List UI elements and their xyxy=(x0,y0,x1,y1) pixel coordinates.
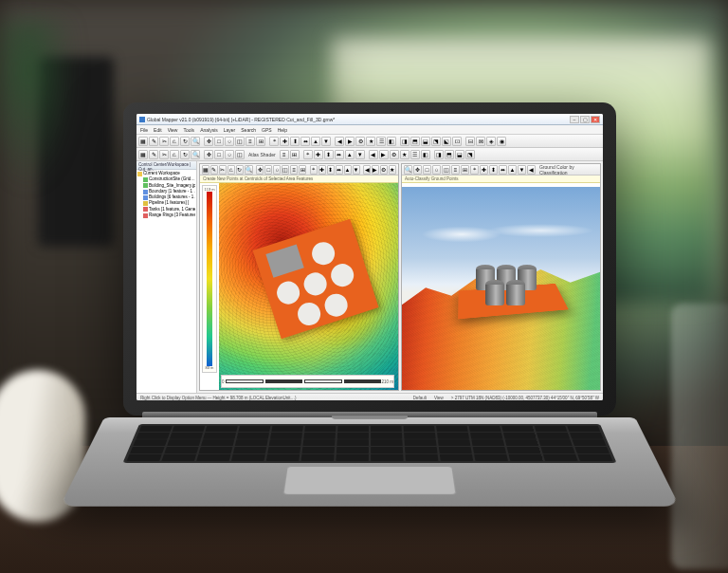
toolbar-button[interactable]: ○ xyxy=(225,137,234,146)
tank-circle[interactable] xyxy=(328,261,356,289)
toolbar-button[interactable]: ⊞ xyxy=(461,165,469,175)
map-3d-banner[interactable]: Auto-Classify Ground Points xyxy=(402,176,600,183)
toolbar-button[interactable]: 🔍 xyxy=(191,150,200,159)
toolbar-button[interactable]: ◫ xyxy=(442,165,450,175)
toolbar-button[interactable]: ▶ xyxy=(345,137,355,146)
toolbar-button[interactable]: ⬔ xyxy=(431,137,441,146)
toolbar-button[interactable]: ✎ xyxy=(149,137,158,146)
toolbar-button[interactable]: ☰ xyxy=(376,137,386,146)
toolbar-button[interactable]: ⬒ xyxy=(445,150,454,159)
toolbar-button[interactable]: 🔍 xyxy=(245,165,253,175)
toolbar-button[interactable]: ⬕ xyxy=(442,137,451,146)
toolbar-button[interactable]: ▲ xyxy=(344,165,352,175)
toolbar-button[interactable]: ✂ xyxy=(159,150,169,159)
menu-search[interactable]: Search xyxy=(241,127,256,133)
toolbar-button[interactable]: ⬓ xyxy=(455,150,464,159)
close-button[interactable]: ✕ xyxy=(591,116,600,123)
toolbar-button[interactable]: ◧ xyxy=(387,137,396,146)
toolbar-button[interactable]: ⌖ xyxy=(269,137,279,146)
toolbar-button[interactable]: 🔍 xyxy=(404,165,412,175)
toolbar-button[interactable]: ◈ xyxy=(486,137,496,146)
menu-edit[interactable]: Edit xyxy=(154,127,162,133)
toolbar-button[interactable]: ✥ xyxy=(204,150,213,159)
toolbar-button[interactable]: ⚙ xyxy=(390,150,399,159)
toolbar-button[interactable]: ⊟ xyxy=(465,137,475,146)
toolbar-button[interactable]: ✚ xyxy=(480,165,488,175)
toolbar-button[interactable]: ↻ xyxy=(180,150,190,159)
layer-tree[interactable]: Current WorkspaceConstructionSite (Grid…… xyxy=(136,170,196,219)
toolbar-button[interactable]: ✚ xyxy=(280,137,289,146)
control-center-panel[interactable]: Control Center/Workspace | Cut_an… Curre… xyxy=(136,161,197,393)
toolbar-button[interactable]: □ xyxy=(264,165,272,175)
toolbar-button[interactable]: ✂ xyxy=(159,137,169,146)
toolbar-label[interactable]: Atlas Shader xyxy=(246,152,279,157)
toolbar-button[interactable]: ◀ xyxy=(335,137,344,146)
toolbar-button[interactable]: ⊞ xyxy=(290,150,300,159)
toolbar-button[interactable]: ⊡ xyxy=(452,137,462,146)
toolbar-button[interactable]: ✂ xyxy=(219,165,227,175)
toolbar-button[interactable]: ⬌ xyxy=(336,165,343,175)
tank-circle[interactable] xyxy=(321,291,350,320)
toolbar-button[interactable]: ✥ xyxy=(204,137,213,146)
toolbar-button[interactable]: ★ xyxy=(366,137,375,146)
toolbar-button[interactable]: ✎ xyxy=(149,150,158,159)
toolbar-button[interactable]: ◨ xyxy=(434,150,444,159)
toolbar-button[interactable]: ▦ xyxy=(202,165,209,175)
toolbar-button[interactable]: ⬔ xyxy=(465,150,475,159)
menu-tools[interactable]: Tools xyxy=(183,127,194,133)
toolbar-button[interactable]: ◀ xyxy=(363,165,371,175)
map-2d-pane[interactable]: ▦✎✂⎌↻🔍✥□○◫≡⊞⌖✚⬍⬌▲▼◀▶⚙★ Create New Points… xyxy=(199,163,399,391)
toolbar-button[interactable]: □ xyxy=(214,137,224,146)
toolbar-button[interactable]: ⬌ xyxy=(499,165,507,175)
building-footprint[interactable] xyxy=(265,244,303,277)
toolbar-button[interactable]: ✚ xyxy=(314,150,323,159)
menu-analysis[interactable]: Analysis xyxy=(200,127,218,133)
toolbar-button[interactable]: ↻ xyxy=(180,137,190,146)
toolbar-button[interactable]: ⎌ xyxy=(170,150,179,159)
toolbar-button[interactable]: ⊞ xyxy=(256,137,265,146)
tank-circle[interactable] xyxy=(301,269,330,298)
toolbar-button[interactable]: ○ xyxy=(432,165,441,175)
toolbar-button[interactable]: ⬍ xyxy=(489,165,498,175)
toolbar-button[interactable]: ▼ xyxy=(353,165,360,175)
toolbar-button[interactable]: ⌖ xyxy=(310,165,318,175)
toolbar-button[interactable]: ◫ xyxy=(235,137,245,146)
toolbar-button[interactable]: □ xyxy=(214,150,224,159)
tank-circle[interactable] xyxy=(295,300,323,328)
toolbar-button[interactable]: ▲ xyxy=(508,165,517,175)
toolbar-button[interactable]: ↻ xyxy=(236,165,244,175)
toolbar-button[interactable]: ⬍ xyxy=(290,137,300,146)
toolbar-button[interactable]: ⎌ xyxy=(170,137,179,146)
toolbar-button[interactable]: ≡ xyxy=(451,165,460,175)
toolbar-button[interactable]: ○ xyxy=(225,150,234,159)
toolbar-button[interactable]: ◉ xyxy=(497,137,506,146)
toolbar-button[interactable]: ⬌ xyxy=(300,137,310,146)
toolbar-button[interactable]: ⚙ xyxy=(355,137,365,146)
maximize-button[interactable]: ▢ xyxy=(580,116,590,123)
toolbar-button[interactable]: ⚙ xyxy=(380,165,388,175)
menu-help[interactable]: Help xyxy=(278,127,287,133)
menu-gps[interactable]: GPS xyxy=(262,127,272,133)
toolbar-button[interactable]: ⬒ xyxy=(410,137,420,146)
toolbar-button[interactable]: ★ xyxy=(389,165,396,175)
toolbar-button[interactable]: ⎌ xyxy=(228,165,235,175)
toolbar-button[interactable]: ⌖ xyxy=(303,150,313,159)
layer-item[interactable]: Range Rings [3 Features, 1 Ge… xyxy=(137,213,195,218)
toolbar-button[interactable]: ◨ xyxy=(400,137,410,146)
window-titlebar[interactable]: Global Mapper v21.0 (b091919) [64-bit] [… xyxy=(136,114,603,125)
toolbar-button[interactable]: ✥ xyxy=(256,165,264,175)
toolbar-button[interactable]: ⬌ xyxy=(335,150,344,159)
toolbar-button[interactable]: ≡ xyxy=(290,165,298,175)
toolbar-button[interactable]: ⬍ xyxy=(327,165,335,175)
toolbar-button[interactable]: ▲ xyxy=(311,137,320,146)
toolbar-button[interactable]: ⌖ xyxy=(470,165,479,175)
toolbar-button[interactable]: ▶ xyxy=(379,150,389,159)
toolbar-button[interactable]: ▼ xyxy=(355,150,365,159)
toolbar-button[interactable]: ◫ xyxy=(235,150,245,159)
toolbar-button[interactable]: ⬍ xyxy=(324,150,334,159)
toolbar-label[interactable]: Ground Color by Classification xyxy=(537,164,598,176)
toolbar-button[interactable]: 🔍 xyxy=(191,137,200,146)
toolbar-button[interactable]: ⊠ xyxy=(476,137,485,146)
toolbar-button[interactable]: ✥ xyxy=(413,165,422,175)
tank-3d[interactable] xyxy=(485,280,504,305)
